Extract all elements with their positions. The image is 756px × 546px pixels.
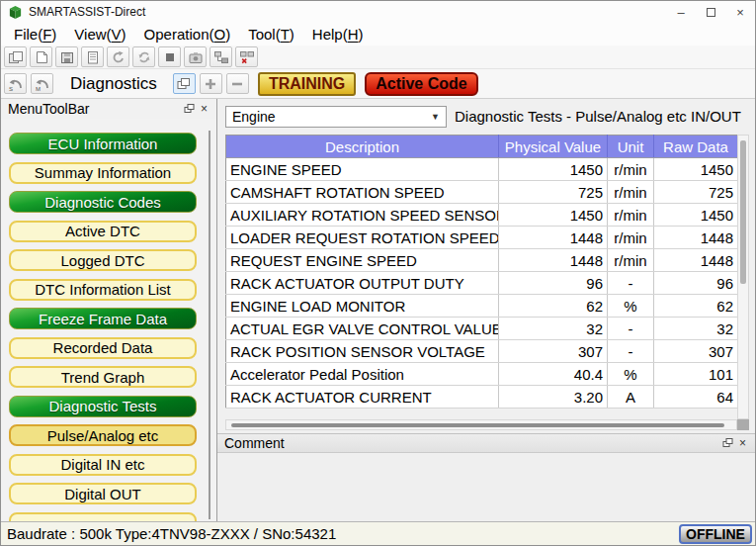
app-icon [8, 5, 23, 20]
sidebar-item-freeze-frame-data[interactable]: Freeze Frame Data [9, 308, 197, 329]
camera-icon[interactable] [184, 46, 207, 67]
sidebar-item-logged-dtc[interactable]: Logged DTC [9, 249, 197, 271]
close-panel-icon[interactable]: × [197, 102, 211, 116]
menu-tool[interactable]: Tool(T) [239, 25, 303, 44]
sidebar-item-label: Summay Information [35, 164, 171, 181]
undo-m-icon[interactable]: M [31, 73, 53, 94]
sidebar-menu: ECU InformationSummay InformationDiagnos… [9, 133, 197, 521]
sidebar-item-trend-graph[interactable]: Trend Graph [9, 366, 197, 388]
sidebar-item-diagnostic-tests[interactable]: Diagnostic Tests [9, 396, 197, 417]
cell-physical-value: 1448 [499, 227, 608, 249]
cell-physical-value: 1450 [499, 158, 608, 181]
stop-icon[interactable] [158, 46, 181, 67]
save-window-icon[interactable] [55, 46, 78, 67]
cell-raw-data: 725 [654, 181, 738, 204]
cell-raw-data: 1450 [654, 158, 738, 181]
cell-unit: r/min [608, 204, 654, 227]
sidebar-item-summay-information[interactable]: Summay Information [9, 162, 197, 184]
table-horizontal-scrollbar[interactable] [225, 419, 737, 430]
cell-physical-value: 307 [499, 340, 608, 363]
table-row-loader-request-rotation-speed[interactable]: LOADER REQUEST ROTATION SPEED 1448 r/min… [226, 227, 738, 249]
sidebar-item-13[interactable] [9, 512, 197, 522]
vertical-scroll-thumb[interactable] [740, 140, 746, 284]
rotate-icon[interactable] [107, 46, 129, 67]
chevron-down-icon: ▼ [431, 112, 440, 122]
offline-button[interactable]: OFFLINE [679, 524, 752, 544]
zoom-out-icon[interactable] [226, 73, 249, 94]
sidebar-item-label: DTC Information List [35, 281, 171, 298]
cell-unit: - [608, 340, 654, 363]
titlebar: SMARTASSIST-Direct – × [1, 1, 755, 23]
sidebar-item-ecu-information[interactable]: ECU Information [9, 133, 197, 154]
sidebar-item-diagnostic-codes[interactable]: Diagnostic Codes [9, 191, 197, 213]
menu-file[interactable]: File(F) [5, 25, 65, 44]
sidebar-item-label: Digital OUT [64, 486, 141, 502]
column-header-raw-data[interactable]: Raw Data [654, 136, 738, 158]
cell-unit: r/min [608, 249, 654, 272]
sidebar-item-label: Diagnostic Codes [44, 194, 161, 211]
report-icon[interactable] [81, 46, 104, 67]
table-row-camshaft-rotation-speed[interactable]: CAMSHAFT ROTATION SPEED 725 r/min 725 [226, 181, 738, 204]
table-row-rack-actuator-output-duty[interactable]: RACK ACTUATOR OUTPUT DUTY 96 - 96 [226, 272, 738, 295]
sidebar-scrollbar[interactable] [209, 131, 210, 519]
cell-description: RACK ACTUATOR OUTPUT DUTY [226, 272, 499, 295]
sidebar-item-digital-in-etc[interactable]: Digital IN etc [9, 454, 197, 476]
zoom-in-icon[interactable] [200, 73, 222, 94]
menu-operation[interactable]: Operation(O) [135, 25, 240, 44]
minimize-icon[interactable]: – [666, 1, 696, 23]
sidebar-item-recorded-data[interactable]: Recorded Data [9, 337, 197, 359]
comment-title: Comment [224, 435, 720, 451]
cell-description: ENGINE SPEED [226, 158, 499, 181]
close-icon[interactable]: × [725, 1, 755, 23]
cell-raw-data: 1448 [654, 249, 738, 272]
cell-physical-value: 3.20 [499, 386, 608, 409]
undo-s-icon[interactable]: S [4, 73, 27, 94]
table-row-actual-egr-valve-control-value[interactable]: ACTUAL EGR VALVE CONTROL VALUE 32 - 32 [226, 318, 738, 340]
cell-raw-data: 62 [654, 295, 738, 318]
table-row-engine-speed[interactable]: ENGINE SPEED 1450 r/min 1450 [226, 158, 738, 181]
float-comment-icon[interactable] [720, 438, 735, 448]
table-vertical-scrollbar[interactable] [737, 135, 749, 419]
cell-raw-data: 32 [654, 318, 738, 340]
cell-physical-value: 1450 [499, 204, 608, 227]
column-header-description[interactable]: Description [226, 136, 499, 158]
cell-raw-data: 64 [654, 386, 738, 409]
diagram-icon[interactable] [210, 46, 232, 67]
page-copy-icon[interactable] [30, 46, 52, 67]
table-row-request-engine-speed[interactable]: REQUEST ENGINE SPEED 1448 r/min 1448 [226, 249, 738, 272]
menu-toolbar-header: MenuToolBar × [1, 99, 216, 119]
cell-raw-data: 101 [654, 363, 738, 386]
sidebar-item-active-dtc[interactable]: Active DTC [9, 221, 197, 242]
sidebar-item-pulse-analog-etc[interactable]: Pulse/Analog etc [9, 424, 197, 446]
cell-description: RACK ACTUATOR CURRENT [226, 386, 499, 409]
table-row-rack-actuator-current[interactable]: RACK ACTUATOR CURRENT 3.20 A 64 [226, 386, 738, 409]
cell-physical-value: 40.4 [499, 363, 608, 386]
active-code-badge[interactable]: Active Code [365, 72, 477, 96]
column-header-unit[interactable]: Unit [608, 136, 654, 158]
table-row-accelerator-pedal-position[interactable]: Accelerator Pedal Position 40.4 % 101 [226, 363, 738, 386]
sidebar-item-digital-out[interactable]: Digital OUT [9, 483, 197, 504]
horizontal-scroll-thumb[interactable] [231, 423, 724, 427]
menu-help[interactable]: Help(H) [303, 25, 373, 44]
table-row-auxiliary-rotation-speed-sensor[interactable]: AUXILIARY ROTATION SPEED SENSOR 1450 r/m… [226, 204, 738, 227]
copy-icon[interactable] [4, 46, 27, 67]
training-badge[interactable]: TRAINING [258, 72, 356, 96]
cell-physical-value: 1448 [499, 249, 608, 272]
table-row-rack-position-sensor-voltage[interactable]: RACK POSITION SENSOR VOLTAGE 307 - 307 [226, 340, 738, 363]
cell-raw-data: 1450 [654, 204, 738, 227]
disconnect-icon[interactable] [235, 46, 258, 67]
table-row-engine-load-monitor[interactable]: ENGINE LOAD MONITOR 62 % 62 [226, 295, 738, 318]
refresh-icon[interactable] [132, 46, 155, 67]
cascade-windows-icon[interactable] [173, 73, 196, 94]
cell-raw-data: 96 [654, 272, 738, 295]
menu-view[interactable]: View(V) [65, 25, 134, 44]
toolbar-main [1, 46, 755, 69]
system-select[interactable]: Engine ▼ [225, 106, 447, 128]
cell-unit: A [608, 386, 654, 409]
close-comment-icon[interactable]: × [735, 436, 750, 450]
column-header-physical-value[interactable]: Physical Value [499, 136, 608, 158]
float-panel-icon[interactable] [182, 104, 197, 114]
maximize-icon[interactable] [696, 1, 725, 23]
sidebar-item-dtc-information-list[interactable]: DTC Information List [9, 279, 197, 301]
svg-text:S: S [9, 86, 13, 92]
